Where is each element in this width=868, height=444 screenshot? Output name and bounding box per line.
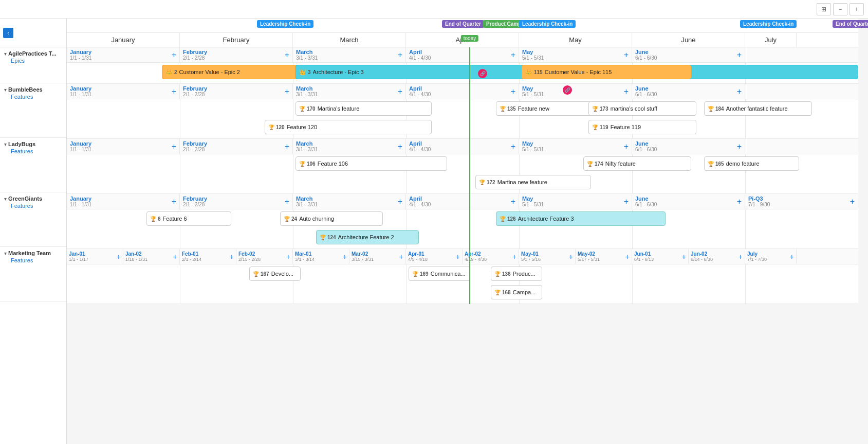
group-name-row[interactable]: ▾Marketing Team	[4, 250, 62, 256]
add-btn[interactable]: +	[624, 87, 629, 96]
add-btn[interactable]: +	[285, 51, 289, 59]
add-btn[interactable]: +	[569, 253, 573, 261]
sub-month-range: 1/18 - 1/31	[125, 257, 147, 262]
bar-id: 165	[715, 161, 724, 167]
sub-month-name: June	[635, 85, 657, 92]
add-btn[interactable]: +	[285, 87, 289, 96]
bar-name: Auto churning	[299, 216, 334, 222]
feature-bar[interactable]: 🏆170Martina's feature	[296, 101, 432, 116]
add-btn[interactable]: +	[511, 87, 515, 96]
feature-bar[interactable]: 🏆126Architecture Feature 3	[496, 211, 666, 226]
left-panel: ‹ ▾AgilePractices T...Epics▾BumbleBeesFe…	[0, 19, 67, 444]
add-btn[interactable]: +	[511, 198, 515, 206]
add-btn[interactable]: +	[850, 198, 855, 206]
group-label[interactable]: Features	[4, 203, 62, 209]
group-name-row[interactable]: ▾AgilePractices T...	[4, 50, 62, 57]
add-btn[interactable]: +	[399, 253, 403, 261]
link-icon[interactable]: 🔗	[563, 85, 572, 95]
group-label[interactable]: Features	[4, 94, 62, 100]
add-btn[interactable]: +	[511, 143, 515, 151]
add-btn[interactable]: +	[790, 253, 794, 261]
add-btn[interactable]: +	[173, 253, 177, 261]
add-btn[interactable]: +	[682, 253, 686, 261]
add-btn[interactable]: +	[172, 87, 176, 96]
group-right-wrapper: January1/1 - 1/31+February2/1 - 2/28+Mar…	[67, 84, 858, 139]
trophy-icon: 🏆	[284, 216, 290, 222]
feature-bar[interactable]: 🏆136Produc...	[491, 267, 542, 281]
today-label: today	[461, 35, 478, 42]
feature-bar[interactable]: 🏆184Another fantastic feature	[704, 101, 812, 116]
group-name-row[interactable]: ▾LadyBugs	[4, 141, 62, 147]
add-btn[interactable]: +	[737, 143, 742, 151]
zoom-out-btn[interactable]: −	[833, 3, 847, 15]
add-btn[interactable]: +	[398, 51, 402, 59]
feature-bar[interactable]: 🏆165demo feature	[704, 156, 799, 171]
add-btn[interactable]: +	[625, 253, 630, 261]
add-btn[interactable]: +	[737, 51, 742, 59]
feature-bar[interactable]: 🏆167Develo...	[249, 267, 301, 281]
add-btn[interactable]: +	[512, 253, 516, 261]
add-btn[interactable]: +	[172, 198, 176, 206]
feature-bar[interactable]: 🏆172Martina new feature	[475, 175, 591, 189]
feature-bar[interactable]: 🏆120Feature 120	[265, 120, 432, 134]
add-btn[interactable]: +	[624, 143, 629, 151]
add-btn[interactable]: +	[398, 143, 402, 151]
sub-cell: January1/1 - 1/31+	[67, 139, 180, 154]
add-btn[interactable]: +	[398, 87, 402, 96]
sub-cell: February2/1 - 2/28+	[180, 47, 293, 62]
add-btn[interactable]: +	[117, 253, 121, 261]
bar-id: 184	[715, 106, 724, 112]
add-btn[interactable]: +	[286, 253, 290, 261]
add-btn[interactable]: +	[230, 253, 234, 261]
group-name-row[interactable]: ▾BumbleBees	[4, 86, 62, 93]
sub-month-range: 3/1 - 3/14	[295, 257, 315, 262]
bar-name: Architecture - Epic 3	[313, 69, 364, 75]
bar-name: Feature 106	[318, 161, 348, 167]
sub-cell: May5/1 - 5/31+	[519, 139, 632, 154]
add-btn[interactable]: +	[737, 198, 742, 206]
feature-bar[interactable]: 🏆6Feature 6	[146, 211, 231, 226]
nav-prev-btn[interactable]: ‹	[3, 28, 13, 38]
view-toggle-btn[interactable]: ⊞	[817, 3, 831, 15]
sub-month-name: May	[522, 140, 544, 147]
sub-cell: Jun-016/1 - 6/13+	[632, 249, 689, 264]
add-btn[interactable]: +	[285, 198, 289, 206]
feature-bar[interactable]: 🏆173martina's cool stuff	[588, 101, 696, 116]
feature-bar[interactable]: 🏆119Feature 119	[588, 120, 696, 134]
feature-bar[interactable]: 🏆135Feature new	[496, 101, 596, 116]
add-btn[interactable]: +	[172, 51, 176, 59]
feature-bar[interactable]: 🏆169Communica...	[409, 267, 470, 281]
month-cell: May	[519, 33, 632, 47]
right-panel[interactable]: Leadership Check-inEnd of QuarterProduct…	[67, 19, 868, 444]
add-btn[interactable]: +	[343, 253, 347, 261]
add-btn[interactable]: +	[738, 253, 743, 261]
sub-month-name: Feb-02	[238, 251, 261, 257]
epic-bar[interactable]: 👑115Customer Value - Epic 115	[522, 65, 691, 79]
add-btn[interactable]: +	[624, 51, 629, 59]
feature-bar[interactable]: 🏆124Architecture Feature 2	[316, 230, 419, 244]
add-btn[interactable]: +	[624, 198, 629, 206]
sub-month-name: February	[183, 49, 207, 55]
add-btn[interactable]: +	[398, 198, 402, 206]
add-btn[interactable]: +	[456, 253, 460, 261]
add-btn[interactable]: +	[511, 51, 515, 59]
add-btn[interactable]: +	[737, 87, 742, 96]
sub-month-name: May-02	[578, 251, 600, 257]
bar-id: 6	[158, 216, 161, 222]
group-label[interactable]: Features	[4, 148, 62, 154]
add-btn[interactable]: +	[172, 143, 176, 151]
group-name-row[interactable]: ▾GreenGiants	[4, 196, 62, 202]
feature-bar[interactable]: 🏆174Nifty feature	[583, 156, 691, 171]
link-icon[interactable]: 🔗	[478, 69, 487, 78]
feature-bar[interactable]: 🏆24Auto churning	[280, 211, 383, 226]
sub-month-name: Apr-02	[465, 251, 487, 257]
feature-bar[interactable]: 🏆106Feature 106	[296, 156, 447, 171]
add-btn[interactable]: +	[285, 143, 289, 151]
group-label[interactable]: Features	[4, 257, 62, 263]
group-label[interactable]: Epics	[4, 58, 62, 64]
sub-month-range: 5/1 - 5/31	[522, 92, 544, 97]
feature-bar[interactable]: 🏆168Campa...	[491, 285, 542, 299]
bar-name: Feature 120	[287, 124, 317, 130]
bar-id: 173	[600, 106, 608, 112]
zoom-in-btn[interactable]: +	[849, 3, 864, 15]
